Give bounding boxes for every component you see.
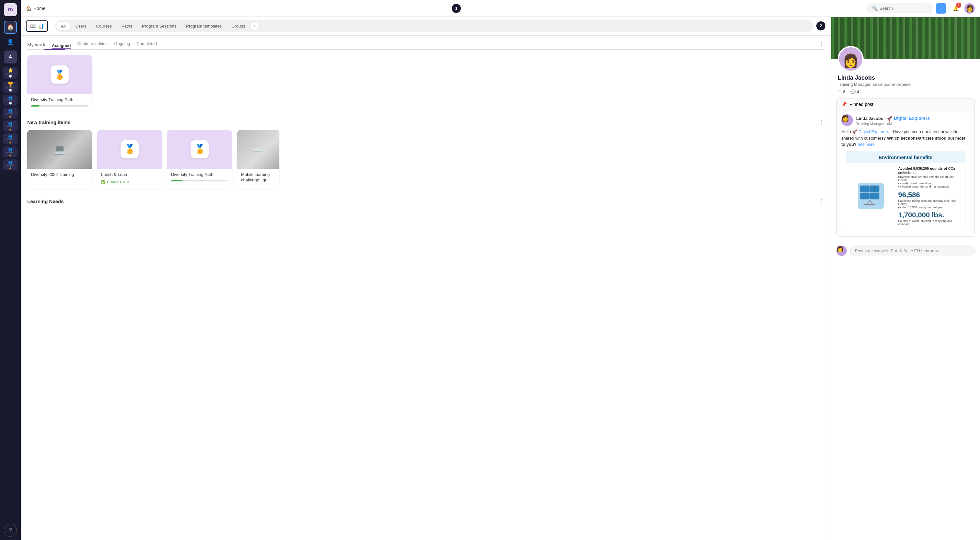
post-input-avatar: 👩	[837, 246, 847, 256]
post-arrow: ›	[885, 116, 886, 121]
tabs-section: 📖 📊 All Users Courses Paths Program Sess…	[21, 17, 830, 36]
post-body: Hello 🚀 Digital Explorers - Have you see…	[841, 129, 970, 148]
new-training-menu[interactable]: ⋮	[818, 119, 824, 126]
see-more-link[interactable]: See more	[858, 142, 875, 147]
lunch-learn-card[interactable]: 🏅 Lunch & Learn ✅ COMPLETED	[97, 130, 162, 189]
new-training-cards: 💻 Diversity 2022 Training 🏅	[27, 130, 824, 189]
diversity-training-card[interactable]: 🏅 Diversity Training Path	[27, 55, 92, 110]
chart-icon[interactable]: 📊	[38, 23, 44, 29]
sidebar-app-learnoox-1[interactable]: ⭐ Learnoox 🕐	[3, 67, 18, 79]
profile-hearts[interactable]: ♡ 6	[838, 89, 845, 94]
sidebar-app-learnoox-6[interactable]: 👥 Learnoox 🔒	[3, 133, 18, 145]
mobile-challenge-card[interactable]: ⌨️ Mobile learning challenge : gr	[237, 130, 279, 189]
tabs-next-arrow[interactable]: ›	[250, 21, 259, 30]
sidebar-app-learnoox-5[interactable]: 👥 Learnoox 🔒	[3, 121, 18, 132]
post-more-button[interactable]: ⋯	[964, 115, 970, 122]
env-big-num-2: 1,700,000 lbs.	[898, 211, 963, 219]
post-meta: 👩 Linda Jacobs › 🚀 Digital Explorers ⋯	[837, 110, 975, 237]
tab-assigned[interactable]: Assigned	[52, 43, 71, 49]
env-stats: Avoided 9,039,205 pounds of CO₂ emission…	[896, 163, 965, 229]
sidebar-users-icon[interactable]: 👤	[4, 36, 17, 49]
env-big2-label: Pounds of waste diverted to recycling an…	[898, 219, 963, 226]
card-title: Diversity Training Path	[31, 97, 88, 103]
post-author-info: Linda Jacobs › 🚀 Digital Explorers ⋯ Tra…	[856, 115, 970, 126]
tab-groups[interactable]: Groups	[227, 22, 250, 30]
sidebar-app-learnoox-7[interactable]: 👥 Learnoox 🔒	[3, 146, 18, 157]
search-box[interactable]: 🔍	[867, 3, 932, 13]
env-co2-sub: Environmental benefits from the Smart Gr…	[898, 175, 963, 188]
card-3-body: Diversity Training Path	[167, 169, 232, 185]
my-work-menu[interactable]: ⋮	[818, 41, 824, 48]
post-author-avatar: 👩	[841, 114, 853, 126]
env-big-num-1: 96,586	[898, 191, 963, 199]
tab-users[interactable]: Users	[71, 22, 91, 30]
search-icon: 🔍	[872, 6, 878, 11]
topbar-center: 1	[49, 4, 863, 13]
search-input[interactable]	[880, 6, 927, 11]
notifications-button[interactable]: 🔔 9	[950, 3, 961, 14]
topbar: 🏠 Home 1 🔍 + 🔔 9 👩	[21, 0, 980, 17]
new-training-title: New training items	[27, 119, 70, 125]
user-avatar[interactable]: 👩	[964, 3, 975, 14]
card-4-thumb: ⌨️	[237, 130, 279, 169]
profile-comments[interactable]: 💬 4	[850, 89, 859, 94]
right-panel: 👩 Linda Jacobs Training Manager, Learnoo…	[831, 17, 980, 540]
tab-ongoing[interactable]: Ongoing	[114, 41, 130, 48]
card-2-icon: 🏅	[121, 140, 139, 159]
tab-completed[interactable]: Completed	[137, 41, 157, 48]
home-link[interactable]: 🏠 Home	[26, 6, 45, 11]
env-big2-container: 1,700,000 lbs. Pounds of waste diverted …	[898, 211, 963, 226]
sidebar-app-learnoox-8[interactable]: 👥 Learnoox 🔒	[3, 159, 18, 170]
content-area: 📖 📊 All Users Courses Paths Program Sess…	[21, 17, 980, 540]
help-icon[interactable]: ?	[4, 524, 17, 537]
card-2-title: Lunch & Learn	[101, 172, 158, 178]
active-tab-indicator	[44, 49, 65, 50]
card-3-icon: 🏅	[191, 140, 209, 159]
profile-avatar[interactable]: 👩	[838, 46, 864, 72]
tab-paths[interactable]: Paths	[117, 22, 137, 30]
svg-rect-4	[870, 193, 879, 199]
env-big1-label: Paperless Billing accounts (Energy and F…	[898, 199, 963, 209]
tab-courses[interactable]: Courses	[91, 22, 116, 30]
post-author-row: 👩 Linda Jacobs › 🚀 Digital Explorers ⋯	[841, 114, 970, 126]
comment-icon: 💬	[850, 89, 856, 94]
my-work-label[interactable]: My work	[27, 42, 45, 47]
sidebar-number-badge[interactable]: 4	[4, 51, 17, 64]
card-4-photo: ⌨️	[237, 130, 279, 169]
new-training-section: New training items ⋮ 💻	[27, 119, 824, 189]
card-1-photo: 💻	[27, 130, 92, 169]
tab-program-sessions[interactable]: Program Sessions	[137, 22, 181, 30]
diversity-path-card[interactable]: 🏅 Diversity Training Path	[167, 130, 232, 189]
card-3-title: Diversity Training Path	[171, 172, 228, 178]
post-input-field[interactable]: Post a message in Ent. & Suite EN Learno…	[850, 246, 975, 256]
view-toggle-box[interactable]: 📖 📊	[26, 21, 48, 32]
pinned-post: 📌 Pinned post 👩 Linda Jacobs › 🚀	[837, 98, 975, 237]
tab-all[interactable]: All	[56, 22, 70, 30]
sidebar-app-learnoox-3[interactable]: 👥 Learnoox 🕐	[3, 95, 18, 106]
post-group-icon: 🚀	[887, 116, 892, 121]
main-area: 🏠 Home 1 🔍 + 🔔 9 👩	[21, 0, 980, 540]
pinned-label: Pinned post	[850, 102, 873, 107]
post-link-1[interactable]: Digital Explorers	[859, 129, 889, 134]
sidebar-app-learnoox-4[interactable]: 👥 Learnoox 🔒	[3, 108, 18, 119]
book-icon[interactable]: 📖	[30, 23, 36, 29]
diversity-2022-card[interactable]: 💻 Diversity 2022 Training	[27, 130, 92, 189]
learning-needs-title: Learning Needs	[27, 199, 64, 204]
card-1-body: Diversity 2022 Training	[27, 169, 92, 183]
app-logo[interactable]: rn	[4, 3, 17, 16]
add-button[interactable]: +	[936, 3, 946, 14]
card-3-thumb: 🏅	[167, 130, 232, 169]
learning-needs-menu[interactable]: ⋮	[818, 198, 824, 205]
card-2-thumb: 🏅	[97, 130, 162, 169]
tab-continue-editing[interactable]: Continue editing	[77, 41, 108, 48]
card-thumbnail: 🏅	[27, 55, 92, 94]
sidebar-app-learnoox-2[interactable]: 🏆 Learnoox 🕐	[3, 81, 18, 93]
completed-icon: ✅	[101, 180, 106, 184]
pinned-header: 📌 Pinned post	[837, 98, 975, 110]
post-group-name[interactable]: Digital Explorers	[894, 116, 930, 121]
sidebar-home-icon[interactable]: 🏠	[4, 21, 17, 34]
tab-program-templates[interactable]: Program templates	[181, 22, 226, 30]
post-author-name[interactable]: Linda Jacobs	[856, 116, 883, 121]
profile-stats: ♡ 6 💬 4	[838, 89, 974, 94]
post-text-1: Hello 🚀	[841, 129, 857, 134]
